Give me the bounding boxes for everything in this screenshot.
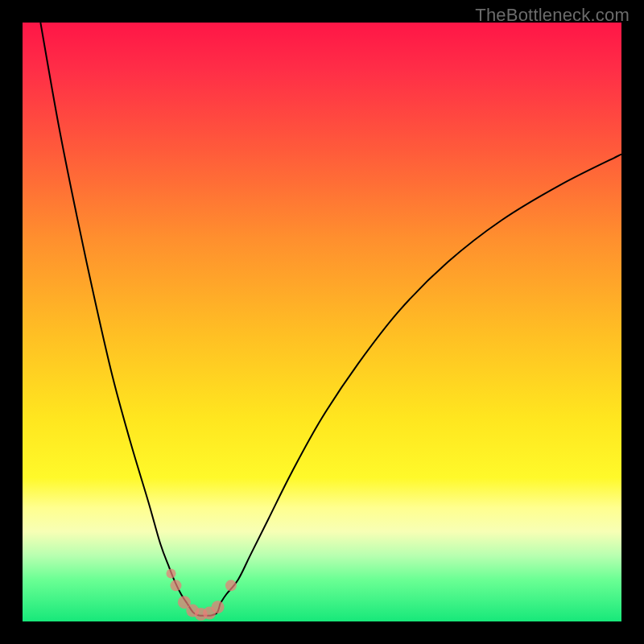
valley-marker xyxy=(225,580,237,591)
valley-marker xyxy=(170,580,181,591)
valley-marker xyxy=(212,601,225,613)
valley-marker xyxy=(167,568,176,578)
curve-left-branch xyxy=(40,23,187,604)
watermark-text: TheBottleneck.com xyxy=(475,5,630,26)
chart-svg xyxy=(23,23,621,621)
curve-right-branch xyxy=(221,155,621,604)
plot-area xyxy=(23,23,621,621)
